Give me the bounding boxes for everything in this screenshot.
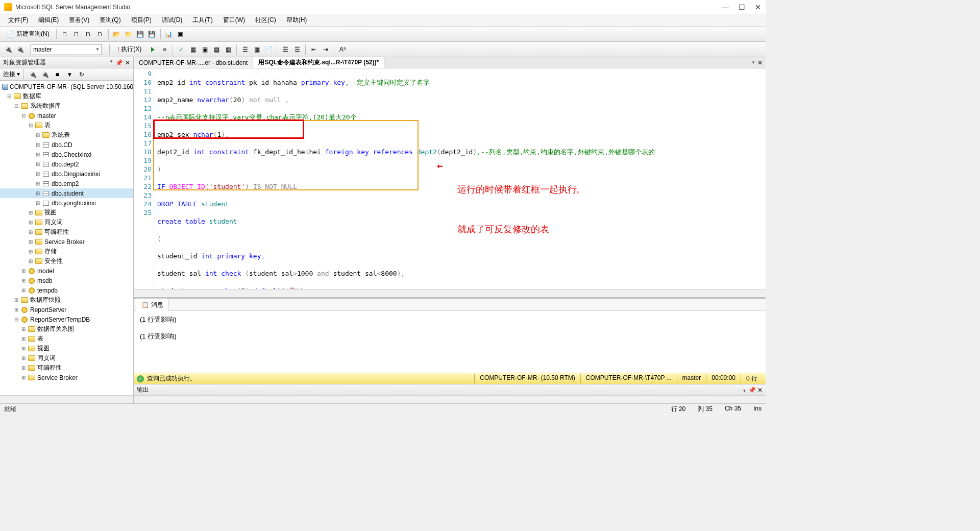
maximize-button[interactable]: ☐	[738, 4, 745, 11]
query-options-button[interactable]: ▣	[200, 44, 210, 55]
available-db-icon[interactable]: 🔌	[15, 44, 25, 55]
node-msdb[interactable]: ⊞msdb	[0, 276, 133, 285]
query-status-text: 查询已成功执行。	[147, 374, 196, 383]
node-views2[interactable]: ⊞视图	[0, 344, 133, 353]
line-gutter: 910111213141516171819202122232425	[134, 68, 155, 289]
display-plan-button[interactable]: ▦	[188, 44, 198, 55]
tab-1[interactable]: 用SQL命令建表和约束.sql...R-\T470P (52))*	[253, 57, 384, 68]
minimize-button[interactable]: —	[722, 4, 729, 11]
node-servicebroker2[interactable]: ⊞Service Broker	[0, 373, 133, 382]
node-emp2[interactable]: ⊞dbo.emp2	[0, 179, 133, 188]
activity-monitor-button[interactable]: 📊	[164, 29, 174, 39]
node-systables[interactable]: ⊞系统表	[0, 130, 133, 140]
node-synonyms2[interactable]: ⊞同义词	[0, 353, 133, 363]
menu-help[interactable]: 帮助(H)	[281, 14, 312, 26]
output-close-icon[interactable]: ✕	[757, 387, 763, 394]
messages-body[interactable]: (1 行受影响) (1 行受影响)	[134, 311, 766, 373]
node-servicebroker[interactable]: ⊞Service Broker	[0, 237, 133, 247]
menu-project[interactable]: 项目(P)	[126, 14, 157, 26]
new-query-button[interactable]: 📄 新建查询(N)	[3, 28, 53, 40]
node-tempdb[interactable]: ⊞tempdb	[0, 285, 133, 295]
include-plan-button[interactable]: ▦	[211, 44, 222, 55]
pin-icon[interactable]: 📌	[115, 59, 123, 66]
menu-file[interactable]: 文件(F)	[3, 14, 33, 26]
debug-button[interactable]	[148, 44, 158, 55]
node-programmability[interactable]: ⊞可编程性	[0, 227, 133, 237]
output-pin-icon[interactable]: 📌	[748, 387, 756, 394]
node-reportserver[interactable]: ⊞ReportServer	[0, 305, 133, 315]
node-dbdiagrams[interactable]: ⊞数据库关系图	[0, 324, 133, 334]
tbtn-3[interactable]: 🗋	[83, 29, 93, 39]
refresh-icon[interactable]: ↻	[77, 69, 87, 80]
change-connection-button[interactable]: 🔌	[3, 44, 13, 55]
node-dept2[interactable]: ⊞dbo.dept2	[0, 159, 133, 169]
node-cd[interactable]: ⊞dbo.CD	[0, 140, 133, 150]
specify-values-button[interactable]: Aᵇ	[337, 44, 348, 55]
node-server[interactable]: COMPUTER-OF-MR- (SQL Server 10.50.160 ^	[0, 82, 133, 91]
menu-debug[interactable]: 调试(D)	[157, 14, 188, 26]
connect-icon[interactable]: 🔌	[28, 69, 38, 80]
open-project-button[interactable]: 📁	[124, 29, 134, 39]
dropdown-icon[interactable]: ▼	[109, 59, 113, 66]
open-button[interactable]: 📂	[112, 29, 122, 39]
node-programmability2[interactable]: ⊞可编程性	[0, 363, 133, 373]
node-storage[interactable]: ⊞存储	[0, 247, 133, 256]
output-dropdown-icon[interactable]: ▼	[742, 389, 746, 393]
stop-button[interactable]: ■	[159, 44, 169, 55]
close-button[interactable]: ✕	[754, 4, 762, 11]
node-reportservertempdb[interactable]: ⊟ReportServerTempDB	[0, 315, 133, 324]
code-body[interactable]: emp2_id int constraint pk_id_hahaha prim…	[155, 68, 766, 289]
execute-button[interactable]: ! 执行(X)	[113, 43, 146, 55]
node-views[interactable]: ⊞视图	[0, 208, 133, 218]
database-combobox[interactable]: master ▼	[31, 44, 102, 55]
tbtn-1[interactable]: 🗋	[60, 29, 70, 39]
tab-close-icon[interactable]: ✕	[757, 59, 763, 66]
node-yonghu[interactable]: ⊞dbo.yonghuxinxi	[0, 198, 133, 208]
node-snapshot[interactable]: ⊞数据库快照	[0, 295, 133, 305]
node-dingpiao[interactable]: ⊞dbo.Dingpiaoxinxi	[0, 169, 133, 179]
messages-tab[interactable]: 📋 消息	[136, 298, 169, 311]
uncomment-button[interactable]: ☰	[292, 44, 302, 55]
node-sysdb[interactable]: ⊟系统数据库	[0, 101, 133, 111]
object-tree[interactable]: COMPUTER-OF-MR- (SQL Server 10.50.160 ^ …	[0, 81, 133, 395]
stop-connect-icon[interactable]: ■	[52, 69, 62, 80]
menu-window[interactable]: 窗口(W)	[218, 14, 250, 26]
menu-view[interactable]: 查看(V)	[64, 14, 94, 26]
filter-icon[interactable]: ▼	[64, 69, 75, 80]
disconnect-icon[interactable]: 🔌	[40, 69, 50, 80]
registered-servers-icon[interactable]: ▣	[176, 29, 186, 39]
tree-hscroll[interactable]	[0, 395, 133, 403]
node-student[interactable]: ⊞dbo.student	[0, 188, 133, 198]
results-file-button[interactable]: 📄	[263, 44, 274, 55]
node-tables[interactable]: ⊟表	[0, 120, 133, 130]
parse-button[interactable]: ✓	[176, 44, 186, 55]
node-databases[interactable]: ⊟数据库	[0, 91, 133, 101]
menu-community[interactable]: 社区(C)	[250, 14, 281, 26]
include-stats-button[interactable]: ▦	[223, 44, 233, 55]
save-button[interactable]: 💾	[135, 29, 145, 39]
output-hscroll[interactable]	[134, 395, 766, 403]
save-all-button[interactable]: 💾	[147, 29, 157, 39]
results-grid-button[interactable]: ▦	[252, 44, 262, 55]
close-icon[interactable]: ✕	[125, 59, 130, 66]
tab-dropdown-icon[interactable]: ▼	[751, 60, 755, 65]
tbtn-2[interactable]: 🗋	[71, 29, 82, 39]
connect-button[interactable]: 连接 ▾	[3, 70, 20, 79]
node-security[interactable]: ⊞安全性	[0, 256, 133, 266]
tbtn-4[interactable]: 🗋	[95, 29, 105, 39]
tab-0[interactable]: COMPUTER-OF-MR-....er - dbo.student	[134, 57, 253, 68]
node-master[interactable]: ⊟master	[0, 111, 133, 120]
menu-query[interactable]: 查询(Q)	[94, 14, 126, 26]
comment-button[interactable]: ☰	[280, 44, 290, 55]
editor-hscroll[interactable]	[134, 289, 766, 297]
results-text-button[interactable]: ☰	[240, 44, 250, 55]
node-tables2[interactable]: ⊞表	[0, 334, 133, 344]
node-model[interactable]: ⊞model	[0, 266, 133, 276]
increase-indent-button[interactable]: ⇥	[321, 44, 331, 55]
menu-edit[interactable]: 编辑(E)	[33, 14, 64, 26]
decrease-indent-button[interactable]: ⇤	[309, 44, 319, 55]
node-checixinxi[interactable]: ⊞dbo.Checixinxi	[0, 150, 133, 159]
menu-tools[interactable]: 工具(T)	[187, 14, 217, 26]
code-editor[interactable]: 910111213141516171819202122232425 emp2_i…	[134, 68, 766, 289]
node-synonyms[interactable]: ⊞同义词	[0, 218, 133, 227]
